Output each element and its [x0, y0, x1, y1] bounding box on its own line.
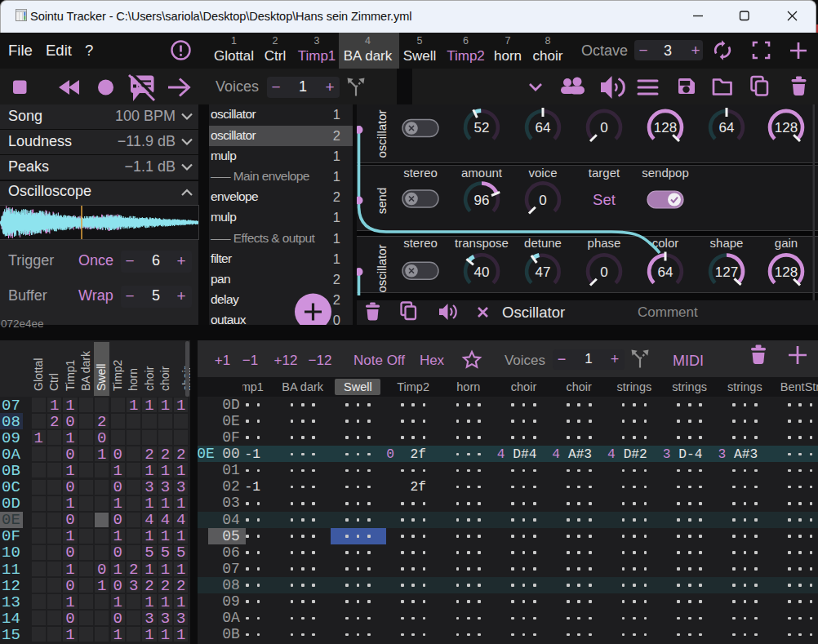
svg-text:96: 96 [474, 193, 490, 208]
svg-text:40: 40 [474, 264, 490, 280]
svg-text:52: 52 [474, 120, 490, 135]
svg-text:64: 64 [536, 120, 551, 135]
svg-text:128: 128 [654, 120, 677, 135]
svg-text:128: 128 [775, 264, 798, 280]
svg-text:64: 64 [658, 264, 674, 280]
svg-text:127: 127 [715, 264, 738, 280]
svg-text:128: 128 [775, 120, 798, 135]
svg-text:64: 64 [719, 120, 735, 135]
svg-text:47: 47 [536, 264, 551, 280]
svg-text:0: 0 [539, 193, 546, 208]
svg-text:0: 0 [600, 264, 607, 280]
svg-text:0: 0 [600, 120, 607, 135]
